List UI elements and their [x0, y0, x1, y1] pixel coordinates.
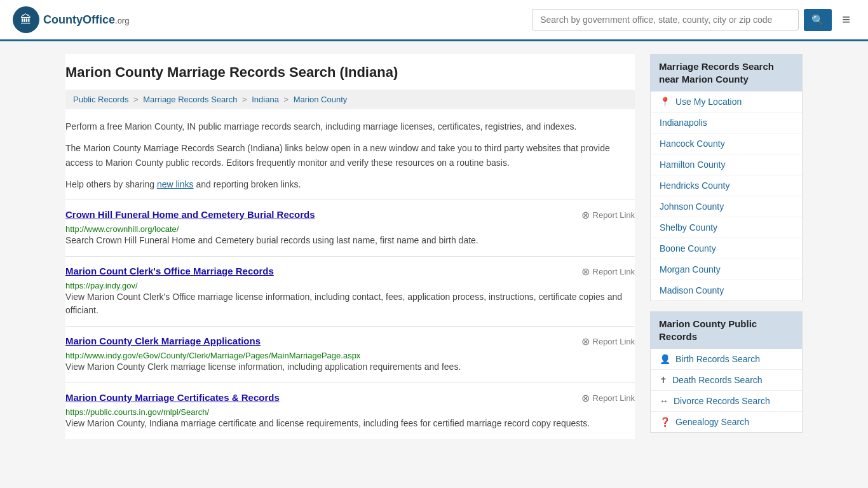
sidebar-pubrecords-link-2[interactable]: Divorce Records Search — [674, 396, 770, 406]
report-label-3: Report Link — [593, 393, 635, 403]
logo-org: .org — [115, 16, 129, 25]
sidebar-nearby-item-6[interactable]: Shelby County — [651, 217, 802, 238]
report-icon-1: ⊗ — [581, 266, 590, 278]
result-desc-2: View Marion County Clerk marriage licens… — [65, 360, 635, 374]
result-url-2[interactable]: http://www.indy.gov/eGov/County/Clerk/Ma… — [65, 351, 360, 360]
sidebar-nearby-section: Marriage Records Search near Marion Coun… — [650, 54, 803, 301]
sidebar-nearby-header: Marriage Records Search near Marion Coun… — [650, 54, 803, 92]
sidebar-nearby-item-0[interactable]: 📍Use My Location — [651, 92, 802, 112]
result-title-2[interactable]: Marion County Clerk Marriage Application… — [65, 336, 261, 346]
sidebar-pubrecords-item-1[interactable]: ✝Death Records Search — [651, 370, 802, 391]
sidebar-public-records-list: 👤Birth Records Search✝Death Records Sear… — [650, 349, 803, 433]
sidebar-nearby-link-8[interactable]: Morgan County — [660, 264, 721, 274]
desc-para-1: Perform a free Marion County, IN public … — [65, 119, 635, 133]
sidebar-nearby-item-8[interactable]: Morgan County — [651, 259, 802, 280]
sidebar-nearby-item-1[interactable]: Indianapolis — [651, 112, 802, 133]
results-list: Crown Hill Funeral Home and Cemetery Bur… — [65, 200, 635, 439]
sidebar-nearby-item-9[interactable]: Madison County — [651, 280, 802, 301]
sidebar-nearby-icon-0: 📍 — [660, 97, 670, 107]
report-link-3[interactable]: ⊗ Report Link — [581, 392, 635, 404]
result-item: Marion Count Clerk's Office Marriage Rec… — [65, 256, 635, 326]
result-title-0[interactable]: Crown Hill Funeral Home and Cemetery Bur… — [65, 209, 315, 220]
report-icon-0: ⊗ — [581, 209, 590, 221]
report-label-1: Report Link — [593, 267, 635, 276]
content-wrapper: Marion County Marriage Records Search (I… — [53, 41, 815, 452]
sidebar-nearby-link-3[interactable]: Hamilton County — [660, 159, 726, 170]
report-link-0[interactable]: ⊗ Report Link — [581, 209, 635, 221]
sidebar-pubrecords-item-3[interactable]: ❓Genealogy Search — [651, 412, 802, 432]
breadcrumb-sep2: > — [242, 95, 249, 104]
sidebar-nearby-item-5[interactable]: Johnson County — [651, 196, 802, 217]
logo-county: CountyOffice — [43, 13, 115, 26]
main-content: Marion County Marriage Records Search (I… — [65, 54, 635, 439]
sidebar-nearby-link-2[interactable]: Hancock County — [660, 139, 725, 149]
report-label-2: Report Link — [593, 337, 635, 346]
breadcrumb-indiana[interactable]: Indiana — [252, 95, 279, 104]
sidebar-nearby-link-7[interactable]: Boone County — [660, 243, 716, 254]
breadcrumb-marion-county[interactable]: Marion County — [294, 95, 348, 104]
sidebar-nearby-item-2[interactable]: Hancock County — [651, 133, 802, 154]
sidebar-nearby-item-4[interactable]: Hendricks County — [651, 175, 802, 196]
result-url-0[interactable]: http://www.crownhill.org/locate/ — [65, 224, 179, 234]
result-item: Marion County Clerk Marriage Application… — [65, 326, 635, 383]
sidebar-nearby-link-9[interactable]: Madison County — [660, 285, 724, 295]
desc-para-3: Help others by sharing new links and rep… — [65, 177, 635, 191]
report-link-2[interactable]: ⊗ Report Link — [581, 336, 635, 348]
breadcrumb-sep3: > — [284, 95, 291, 104]
report-icon-3: ⊗ — [581, 392, 590, 404]
result-url-3[interactable]: https://public.courts.in.gov/mlpl/Search… — [65, 407, 209, 417]
sidebar-public-records-header: Marion County Public Records — [650, 311, 803, 349]
result-desc-0: Search Crown Hill Funeral Home and Cemet… — [65, 234, 635, 247]
breadcrumb-sep1: > — [133, 95, 140, 104]
logo-icon: 🏛 — [13, 6, 39, 33]
logo-text: CountyOffice.org — [43, 13, 129, 27]
report-label-0: Report Link — [593, 210, 635, 220]
sidebar-pubrecords-link-3[interactable]: Genealogy Search — [675, 417, 749, 427]
site-header: 🏛 CountyOffice.org 🔍 ≡ — [0, 0, 868, 41]
report-icon-2: ⊗ — [581, 336, 590, 348]
result-desc-1: View Marion Count Clerk's Office marriag… — [65, 290, 635, 317]
sidebar-nearby-item-7[interactable]: Boone County — [651, 238, 802, 259]
result-desc-3: View Marion County, Indiana marriage cer… — [65, 417, 635, 430]
menu-button[interactable]: ≡ — [837, 9, 855, 30]
new-links-link[interactable]: new links — [157, 179, 194, 189]
sidebar-nearby-list: 📍Use My LocationIndianapolisHancock Coun… — [650, 92, 803, 301]
desc-para-2: The Marion County Marriage Records Searc… — [65, 141, 635, 170]
result-item: Marion County Marriage Certificates & Re… — [65, 383, 635, 439]
sidebar-pubrecords-icon-3: ❓ — [660, 417, 670, 427]
result-item: Crown Hill Funeral Home and Cemetery Bur… — [65, 200, 635, 256]
sidebar-nearby-link-6[interactable]: Shelby County — [660, 222, 717, 233]
sidebar-nearby-link-1[interactable]: Indianapolis — [660, 118, 707, 128]
sidebar-pubrecords-icon-0: 👤 — [660, 354, 670, 364]
breadcrumb-marriage-records[interactable]: Marriage Records Search — [143, 95, 237, 104]
logo-area: 🏛 CountyOffice.org — [13, 6, 129, 33]
breadcrumb-public-records[interactable]: Public Records — [73, 95, 128, 104]
desc3-suffix: and reporting broken links. — [194, 179, 301, 189]
sidebar-nearby-link-5[interactable]: Johnson County — [660, 201, 724, 212]
breadcrumb: Public Records > Marriage Records Search… — [65, 90, 635, 109]
search-input[interactable] — [532, 9, 799, 30]
sidebar-pubrecords-item-2[interactable]: ↔Divorce Records Search — [651, 391, 802, 412]
sidebar-public-records-section: Marion County Public Records 👤Birth Reco… — [650, 311, 803, 433]
sidebar-pubrecords-link-0[interactable]: Birth Records Search — [675, 354, 760, 364]
sidebar-pubrecords-item-0[interactable]: 👤Birth Records Search — [651, 349, 802, 370]
search-button[interactable]: 🔍 — [804, 9, 832, 31]
sidebar-nearby-link-0[interactable]: Use My Location — [675, 97, 742, 107]
sidebar: Marriage Records Search near Marion Coun… — [650, 54, 803, 439]
sidebar-nearby-link-4[interactable]: Hendricks County — [660, 180, 730, 191]
sidebar-nearby-item-3[interactable]: Hamilton County — [651, 154, 802, 175]
result-url-1[interactable]: https://pay.indy.gov/ — [65, 281, 138, 290]
result-title-3[interactable]: Marion County Marriage Certificates & Re… — [65, 392, 280, 403]
sidebar-pubrecords-link-1[interactable]: Death Records Search — [672, 375, 763, 385]
page-title: Marion County Marriage Records Search (I… — [65, 54, 635, 81]
report-link-1[interactable]: ⊗ Report Link — [581, 266, 635, 278]
sidebar-pubrecords-icon-1: ✝ — [660, 375, 667, 385]
desc3-prefix: Help others by sharing — [65, 179, 157, 189]
sidebar-pubrecords-icon-2: ↔ — [660, 396, 668, 406]
result-title-1[interactable]: Marion Count Clerk's Office Marriage Rec… — [65, 266, 274, 276]
search-area: 🔍 ≡ — [532, 9, 855, 31]
